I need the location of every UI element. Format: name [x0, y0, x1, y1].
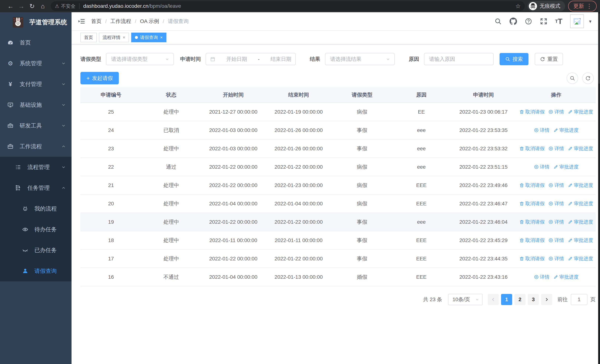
- detail-link[interactable]: 详情: [548, 219, 564, 225]
- progress-link[interactable]: 审批进度: [553, 127, 579, 133]
- sidebar-item-dev-tools[interactable]: 研发工具: [0, 115, 72, 136]
- create-leave-button[interactable]: + 发起请假: [80, 72, 119, 84]
- cancel-leave-link[interactable]: 取消请假: [519, 219, 544, 225]
- col-reason: 原因: [393, 91, 450, 98]
- detail-link[interactable]: 详情: [534, 164, 550, 170]
- goto-page-input[interactable]: [571, 294, 587, 305]
- reload-icon[interactable]: ↻: [27, 2, 38, 10]
- sidebar-item-home[interactable]: 首页: [0, 32, 72, 53]
- sidebar-item-payment-management[interactable]: ¥ 支付管理: [0, 74, 72, 94]
- sidebar-item-leave-query[interactable]: 请假查询: [0, 261, 72, 281]
- prev-page-button[interactable]: [488, 294, 499, 305]
- close-icon[interactable]: ×: [123, 35, 125, 40]
- briefcase-icon: [7, 143, 14, 149]
- browser-scrollbar[interactable]: [598, 12, 600, 364]
- view-icon: [548, 183, 553, 188]
- cell-status: 处理中: [141, 255, 201, 262]
- progress-link[interactable]: 审批进度: [568, 219, 593, 225]
- page-button-2[interactable]: 2: [514, 294, 525, 305]
- progress-link[interactable]: 审批进度: [553, 274, 579, 280]
- progress-link[interactable]: 审批进度: [568, 237, 593, 243]
- sidebar-item-todo-tasks[interactable]: 待办任务: [0, 219, 72, 240]
- progress-link[interactable]: 审批进度: [568, 145, 593, 152]
- tab-leave-query[interactable]: 请假查询 ×: [131, 33, 166, 42]
- page-button-1[interactable]: 1: [501, 294, 512, 305]
- bookmark-star-icon[interactable]: ☆: [515, 3, 521, 10]
- detail-link[interactable]: 详情: [548, 109, 564, 115]
- refresh-button[interactable]: [582, 73, 594, 84]
- table-row: 19处理中2022-01-22 00:00:002022-01-22 00:00…: [80, 213, 596, 231]
- progress-link[interactable]: 审批进度: [568, 109, 593, 115]
- detail-link[interactable]: 详情: [548, 237, 564, 243]
- cancel-leave-link[interactable]: 取消请假: [519, 200, 544, 207]
- breadcrumb-oa-example[interactable]: OA 示例: [140, 18, 159, 25]
- toolbox-icon: [7, 122, 14, 129]
- detail-link[interactable]: 详情: [534, 127, 550, 133]
- detail-link[interactable]: 详情: [548, 182, 564, 188]
- cancel-leave-link[interactable]: 取消请假: [519, 182, 544, 188]
- detail-link[interactable]: 详情: [548, 255, 564, 262]
- reason-input[interactable]: [429, 56, 488, 62]
- tab-home[interactable]: 首页: [80, 33, 97, 42]
- navbar-actions: TT ▾: [494, 14, 591, 28]
- breadcrumb-separator: /: [135, 18, 136, 24]
- detail-link[interactable]: 详情: [534, 274, 550, 280]
- url-bar[interactable]: ⚠ 不安全 dashboard.yudao.iocoder.cn/bpm/oa/…: [51, 1, 525, 11]
- browser-menu-icon[interactable]: ⋮: [584, 3, 594, 10]
- github-icon[interactable]: [510, 18, 517, 25]
- security-warning-icon[interactable]: ⚠: [55, 3, 59, 9]
- search-icon[interactable]: [494, 18, 502, 25]
- sidebar-item-infrastructure[interactable]: 基础设施: [0, 94, 72, 115]
- font-size-icon[interactable]: TT: [555, 18, 562, 25]
- back-icon[interactable]: ←: [5, 3, 16, 10]
- cancel-leave-link[interactable]: 取消请假: [519, 255, 544, 262]
- sidebar-item-my-processes[interactable]: 我的流程: [0, 198, 72, 219]
- app-logo[interactable]: 芋道管理系统: [0, 12, 72, 32]
- tab-process-detail[interactable]: 流程详情 ×: [99, 33, 129, 42]
- search-button[interactable]: 搜索: [500, 53, 528, 65]
- detail-link[interactable]: 详情: [548, 200, 564, 207]
- page-size-select[interactable]: 10条/页: [448, 294, 483, 305]
- search-toggle-button[interactable]: [567, 73, 578, 84]
- sidebar-item-system-management[interactable]: ⚙ 系统管理: [0, 53, 72, 74]
- apply-time-range-picker[interactable]: 开始日期 - 结束日期: [206, 53, 296, 65]
- avatar[interactable]: [570, 14, 584, 28]
- close-icon[interactable]: ×: [160, 35, 163, 40]
- cell-apply-time: 2022-01-22 23:44:35: [450, 256, 517, 262]
- reset-button[interactable]: 重置: [535, 53, 563, 65]
- progress-link[interactable]: 审批进度: [568, 200, 593, 207]
- cell-reason: EEE: [393, 256, 450, 262]
- breadcrumb-workflow[interactable]: 工作流程: [111, 18, 131, 25]
- scrollbar-thumb[interactable]: [598, 13, 600, 84]
- sidebar-item-task-management[interactable]: 任务管理: [0, 177, 72, 198]
- edit-icon: [568, 146, 573, 151]
- help-icon[interactable]: [525, 18, 532, 25]
- sidebar-toggle-icon[interactable]: [78, 18, 85, 25]
- fullscreen-icon[interactable]: [540, 18, 547, 25]
- sidebar-item-workflow[interactable]: 工作流程: [0, 136, 72, 157]
- cancel-leave-link[interactable]: 取消请假: [519, 145, 544, 152]
- breadcrumb-home[interactable]: 首页: [91, 18, 102, 25]
- cancel-leave-link[interactable]: 取消请假: [519, 237, 544, 243]
- result-select[interactable]: 请选择流结果: [325, 53, 395, 65]
- cancel-leave-link[interactable]: 取消请假: [519, 109, 544, 115]
- caret-down-icon[interactable]: ▾: [589, 19, 591, 24]
- cell-actions: 详情审批进度: [517, 164, 596, 170]
- detail-link[interactable]: 详情: [548, 145, 564, 152]
- page-button-3[interactable]: 3: [528, 294, 539, 305]
- browser-menu-group: 更新 ⋮: [568, 1, 597, 11]
- cell-reason: eee: [393, 219, 450, 225]
- cell-actions: 取消请假详情审批进度: [517, 219, 596, 225]
- sidebar-item-process-management[interactable]: 流程管理: [0, 157, 72, 177]
- edit-icon: [568, 256, 573, 261]
- progress-link[interactable]: 审批进度: [568, 255, 593, 262]
- progress-link[interactable]: 审批进度: [568, 182, 593, 188]
- date-range-separator: -: [258, 56, 260, 62]
- home-icon[interactable]: ⌂: [38, 3, 48, 10]
- update-button[interactable]: 更新: [573, 2, 584, 10]
- leave-type-select[interactable]: 请选择请假类型: [106, 53, 174, 65]
- next-page-button[interactable]: [541, 294, 552, 305]
- forward-icon[interactable]: →: [16, 3, 27, 10]
- sidebar-item-done-tasks[interactable]: 已办任务: [0, 240, 72, 261]
- progress-link[interactable]: 审批进度: [553, 164, 579, 170]
